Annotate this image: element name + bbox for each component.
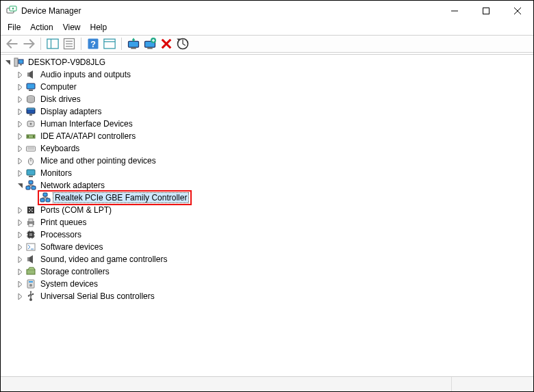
expand-arrow-icon[interactable]	[16, 206, 24, 214]
collapse-arrow-icon[interactable]	[16, 181, 24, 190]
hid-icon	[25, 118, 36, 129]
scan-hardware-button[interactable]	[175, 37, 190, 51]
forward-button[interactable]	[21, 37, 36, 51]
speaker-icon	[25, 69, 36, 80]
app-icon	[6, 5, 17, 16]
svg-rect-7	[47, 39, 58, 49]
tree-category-label: Computer	[39, 82, 78, 92]
computer-icon	[25, 81, 36, 92]
expand-arrow-icon[interactable]	[16, 95, 24, 103]
svg-text:?: ?	[90, 40, 96, 49]
tree-category-label: Print queues	[39, 218, 88, 227]
expand-arrow-icon[interactable]	[16, 144, 24, 153]
menu-help[interactable]: Help	[90, 23, 107, 32]
display-icon	[25, 106, 36, 117]
tree-category-node[interactable]: Audio inputs and outputs	[16, 68, 531, 81]
tree-category-label: Network adapters	[39, 181, 106, 190]
expand-arrow-icon[interactable]	[16, 292, 24, 300]
update-driver-button[interactable]	[126, 37, 141, 51]
tree-category-node[interactable]: System devices	[16, 278, 531, 290]
cpu-icon	[25, 229, 36, 240]
tree-category-label: System devices	[39, 279, 99, 289]
tree-category-label: Software devices	[39, 242, 104, 252]
tree-category-node[interactable]: Monitors	[16, 167, 531, 179]
toolbar-separator	[40, 38, 41, 50]
close-button[interactable]	[502, 1, 533, 21]
back-button[interactable]	[5, 37, 20, 51]
action-flyout-button[interactable]	[102, 37, 117, 51]
uninstall-device-button[interactable]	[142, 37, 157, 51]
expand-arrow-icon[interactable]	[16, 231, 24, 239]
usb-icon	[25, 291, 36, 302]
port-icon	[25, 205, 36, 215]
titlebar: Device Manager	[1, 1, 533, 21]
menu-file[interactable]: File	[8, 23, 21, 32]
tree-category-node[interactable]: Mice and other pointing devices	[16, 155, 531, 167]
disable-device-button[interactable]	[159, 37, 174, 51]
menu-view[interactable]: View	[63, 23, 81, 32]
computer-icon	[13, 57, 24, 68]
tree-category-node[interactable]: Ports (COM & LPT)	[16, 204, 531, 216]
software-icon	[25, 241, 36, 252]
printer-icon	[25, 217, 36, 228]
expand-arrow-icon[interactable]	[16, 70, 24, 79]
expand-arrow-icon[interactable]	[16, 132, 24, 140]
tree-category-label: Processors	[39, 230, 83, 239]
expand-arrow-icon[interactable]	[16, 120, 24, 128]
expand-arrow-icon[interactable]	[16, 218, 24, 226]
tree-category-node[interactable]: Software devices	[16, 241, 531, 253]
svg-rect-17	[129, 41, 139, 47]
expand-arrow-icon[interactable]	[16, 157, 24, 165]
storage-icon	[25, 266, 36, 277]
expand-arrow-icon[interactable]	[3, 58, 12, 66]
tree-category-label: IDE ATA/ATAPI controllers	[39, 131, 137, 141]
device-tree[interactable]: DESKTOP-V9D8JLGAudio inputs and outputsC…	[1, 54, 533, 374]
menu-action[interactable]: Action	[30, 23, 53, 32]
show-hide-tree-button[interactable]	[45, 37, 60, 51]
tree-category-node[interactable]: Storage controllers	[16, 265, 531, 278]
tree-device-node[interactable]: Realtek PCIe GBE Family Controller	[28, 192, 531, 204]
expand-arrow-icon[interactable]	[16, 243, 24, 251]
keyboard-icon	[25, 143, 36, 154]
tree-category-node[interactable]: Sound, video and game controllers	[16, 253, 531, 265]
expand-arrow-icon[interactable]	[16, 280, 24, 288]
svg-rect-20	[147, 47, 153, 49]
help-button[interactable]: ?	[86, 37, 101, 51]
tree-category-node[interactable]: Universal Serial Bus controllers	[16, 290, 531, 302]
tree-category-label: Audio inputs and outputs	[39, 70, 132, 79]
maximize-button[interactable]	[470, 1, 502, 21]
tree-category-node[interactable]: Print queues	[16, 216, 531, 228]
minimize-button[interactable]	[439, 1, 470, 21]
tree-root-node[interactable]: DESKTOP-V9D8JLG	[3, 56, 531, 68]
tree-category-label: Mice and other pointing devices	[39, 156, 157, 166]
monitor-icon	[25, 168, 36, 179]
svg-rect-15	[104, 39, 115, 49]
expand-arrow-icon[interactable]	[16, 107, 24, 116]
properties-button[interactable]	[62, 37, 77, 51]
tree-category-node[interactable]: Keyboards	[16, 142, 531, 155]
toolbar-separator	[121, 38, 122, 50]
tree-category-label: Sound, video and game controllers	[39, 254, 168, 264]
tutorial-highlight: Realtek PCIe GBE Family Controller	[38, 190, 192, 205]
window-title: Device Manager	[21, 6, 439, 16]
toolbar: ?	[1, 35, 533, 53]
expand-arrow-icon[interactable]	[16, 169, 24, 177]
tree-category-node[interactable]: Display adapters	[16, 105, 531, 118]
tree-category-node[interactable]: Human Interface Devices	[16, 118, 531, 130]
expand-arrow-icon[interactable]	[16, 83, 24, 91]
svg-rect-4	[483, 8, 490, 14]
tree-category-node[interactable]: IDE ATA/ATAPI controllers	[16, 130, 531, 142]
tree-category-node[interactable]: Disk drives	[16, 93, 531, 105]
status-bar	[1, 376, 533, 391]
tree-category-label: Ports (COM & LPT)	[39, 205, 113, 215]
mouse-icon	[25, 155, 36, 166]
expand-arrow-icon[interactable]	[16, 267, 24, 276]
expand-arrow-icon[interactable]	[16, 255, 24, 263]
tree-category-label: Keyboards	[39, 144, 81, 153]
tree-category-label: Storage controllers	[39, 267, 111, 276]
tree-category-node[interactable]: Processors	[16, 228, 531, 241]
tree-category-label: Universal Serial Bus controllers	[39, 291, 156, 301]
tree-category-node[interactable]: Computer	[16, 81, 531, 93]
tree-category-label: Human Interface Devices	[39, 119, 134, 129]
menubar: File Action View Help	[1, 21, 533, 35]
